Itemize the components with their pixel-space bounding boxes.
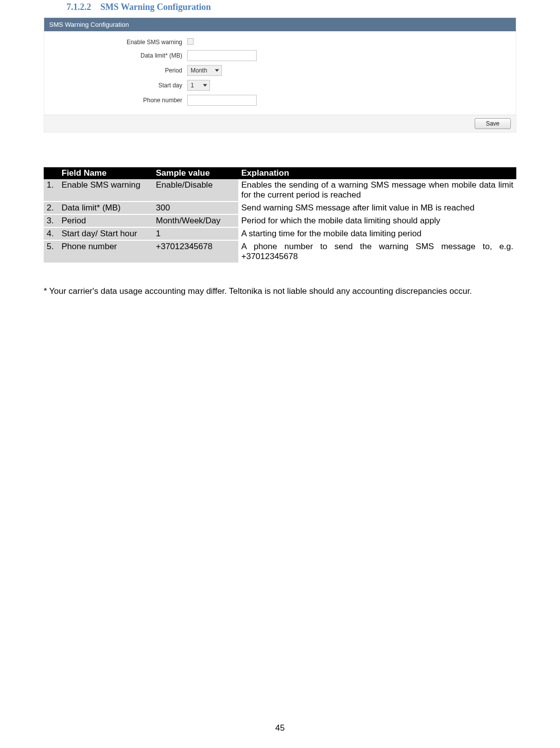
- footnote: * Your carrier's data usage accounting m…: [44, 286, 516, 296]
- cell-sample: Enable/Disable: [153, 179, 238, 202]
- section-number: 7.1.2.2: [67, 2, 91, 12]
- data-limit-input[interactable]: [187, 50, 257, 61]
- cell-nr: 5.: [44, 240, 59, 263]
- cell-nr: 3.: [44, 214, 59, 227]
- enable-sms-checkbox[interactable]: [187, 38, 194, 45]
- cell-nr: 2.: [44, 202, 59, 214]
- panel-footer: Save: [44, 115, 516, 132]
- cell-sample: 1: [153, 227, 238, 240]
- data-limit-label: Data limit* (MB): [49, 52, 187, 59]
- form-row-start-day: Start day 1: [49, 80, 511, 91]
- cell-explanation: Period for which the mobile data limitin…: [238, 214, 516, 227]
- cell-explanation: Enables the sending of a warning SMS mes…: [238, 179, 516, 202]
- th-blank: [44, 167, 59, 179]
- form-row-phone: Phone number: [49, 95, 511, 106]
- cell-sample: Month/Week/Day: [153, 214, 238, 227]
- start-day-label: Start day: [49, 82, 187, 89]
- description-table: Field Name Sample value Explanation 1. E…: [44, 167, 516, 264]
- panel-title: SMS Warning Configuration: [44, 18, 516, 31]
- cell-sample: +37012345678: [153, 240, 238, 263]
- th-field-name: Field Name: [59, 167, 153, 179]
- section-heading: 7.1.2.2 SMS Warning Configuration: [67, 2, 516, 12]
- cell-field: Start day/ Start hour: [59, 227, 153, 240]
- cell-explanation: A starting time for the mobile data limi…: [238, 227, 516, 240]
- phone-input[interactable]: [187, 95, 257, 106]
- enable-sms-label: Enable SMS warning: [49, 39, 187, 46]
- save-button[interactable]: Save: [475, 118, 511, 129]
- period-label: Period: [49, 67, 187, 74]
- config-panel: SMS Warning Configuration Enable SMS war…: [44, 17, 516, 133]
- description-table-wrap: Field Name Sample value Explanation 1. E…: [44, 167, 516, 264]
- table-header-row: Field Name Sample value Explanation: [44, 167, 516, 179]
- cell-field: Enable SMS warning: [59, 179, 153, 202]
- period-select-value: Month: [191, 67, 207, 74]
- th-sample-value: Sample value: [153, 167, 238, 179]
- table-row: 3. Period Month/Week/Day Period for whic…: [44, 214, 516, 227]
- phone-label: Phone number: [49, 97, 187, 104]
- cell-nr: 1.: [44, 179, 59, 202]
- start-day-select[interactable]: 1: [187, 80, 210, 91]
- table-row: 5. Phone number +37012345678 A phone num…: [44, 240, 516, 263]
- cell-explanation: A phone number to send the warning SMS m…: [238, 240, 516, 263]
- table-row: 2. Data limit* (MB) 300 Send warning SMS…: [44, 202, 516, 214]
- cell-explanation: Send warning SMS message after limit val…: [238, 202, 516, 214]
- start-day-select-value: 1: [191, 82, 194, 89]
- form-row-period: Period Month: [49, 65, 511, 76]
- chevron-down-icon: [215, 69, 219, 72]
- form-row-enable: Enable SMS warning: [49, 38, 511, 46]
- table-row: 1. Enable SMS warning Enable/Disable Ena…: [44, 179, 516, 202]
- cell-nr: 4.: [44, 227, 59, 240]
- cell-field: Period: [59, 214, 153, 227]
- chevron-down-icon: [203, 84, 207, 87]
- section-title: SMS Warning Configuration: [100, 2, 211, 12]
- period-select[interactable]: Month: [187, 65, 222, 76]
- table-row: 4. Start day/ Start hour 1 A starting ti…: [44, 227, 516, 240]
- cell-field: Phone number: [59, 240, 153, 263]
- cell-sample: 300: [153, 202, 238, 214]
- th-explanation: Explanation: [238, 167, 516, 179]
- panel-body: Enable SMS warning Data limit* (MB) Peri…: [44, 31, 516, 115]
- page-number: 45: [0, 723, 560, 733]
- form-row-data-limit: Data limit* (MB): [49, 50, 511, 61]
- cell-field: Data limit* (MB): [59, 202, 153, 214]
